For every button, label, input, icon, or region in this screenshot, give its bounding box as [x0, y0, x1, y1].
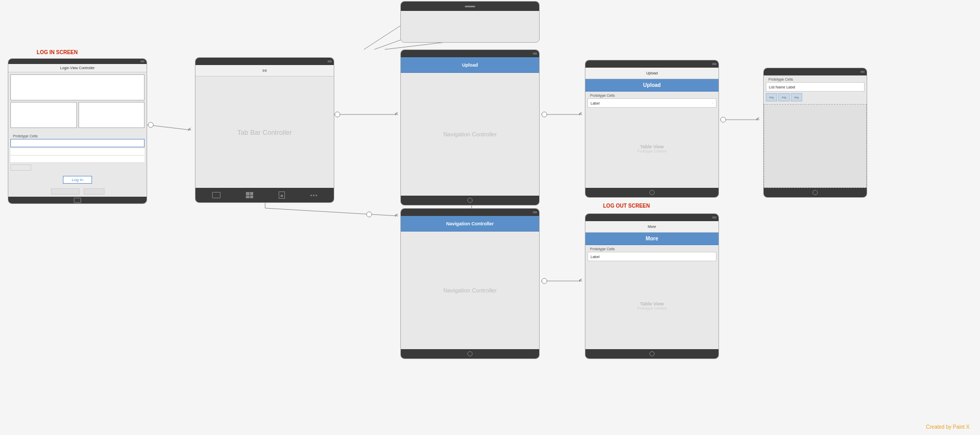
nav-controller-top-label: Navigation Controller	[443, 131, 497, 137]
svg-point-1	[148, 122, 153, 127]
tv-upload-proto-content: Prototype Content	[637, 149, 667, 153]
footer-icon-home	[74, 198, 81, 203]
tv-upload-nav: Upload	[585, 68, 718, 79]
tv-more-title: More	[646, 236, 658, 241]
svg-marker-11	[756, 117, 760, 121]
nav-top-status	[533, 53, 537, 55]
tv-proto-label: Prototype Cells	[587, 93, 716, 98]
tv-upload-home-icon	[649, 190, 655, 195]
tv-upload-nav-title: Upload	[646, 71, 658, 75]
tv-cell-label: Label ›	[587, 98, 716, 108]
tv-upload-title: Upload	[643, 82, 661, 88]
login-cell-2	[10, 156, 145, 163]
login-small-btn[interactable]	[10, 164, 31, 171]
tv-more-nav-title: More	[648, 225, 656, 228]
login-device: Login View Controller Prototype Cells Lo…	[8, 58, 147, 204]
tv-upload-tv-label: Table View	[640, 144, 664, 149]
svg-point-17	[542, 278, 547, 284]
nav-bot-footer	[401, 349, 539, 359]
svg-marker-2	[188, 127, 191, 131]
nav-bot-body: Navigation Controller	[401, 232, 539, 349]
nav-top-header	[401, 50, 539, 57]
tv-more-status	[712, 216, 716, 219]
svg-marker-15	[395, 213, 398, 217]
tab-nav-bar: Int	[195, 65, 334, 76]
tab-bar-label: Tab Bar Controller	[238, 129, 292, 136]
tvc-footer	[764, 188, 867, 197]
login-footer-btn2[interactable]	[84, 188, 104, 195]
tv-more-blue-bar: More	[585, 233, 718, 245]
svg-point-7	[542, 112, 547, 117]
tab-body: Tab Bar Controller	[195, 76, 334, 188]
login-proto-section: Prototype Cells Log In	[8, 132, 147, 186]
tab-icon-more[interactable]	[310, 195, 317, 196]
tab-icon-grid[interactable]	[246, 192, 253, 198]
nav-top-body: Navigation Controller	[401, 73, 539, 196]
tv-more-header	[585, 214, 718, 221]
svg-point-4	[335, 112, 340, 117]
tvc-img2: img	[778, 93, 790, 101]
tab-icon-upload[interactable]	[279, 191, 285, 199]
login-image-row	[10, 102, 145, 128]
nav-bot-home-icon	[467, 351, 473, 356]
status-bar-dot	[140, 60, 145, 62]
login-button-row	[10, 163, 145, 172]
table-view-upload-device: Upload Upload Prototype Cells Label › Ta…	[585, 60, 719, 198]
nav-controller-bottom-device: Navigation Controller Navigation Control…	[400, 208, 540, 359]
login-input-field[interactable]	[10, 139, 145, 147]
nav-top-home-icon	[467, 198, 473, 203]
tv-more-cell: Label	[587, 252, 716, 261]
login-device-header	[8, 59, 147, 64]
tv-more-tv-label: Table View	[640, 301, 664, 306]
tab-bar-device: Int Tab Bar Controller	[195, 57, 334, 203]
nav-bot-status	[533, 211, 537, 213]
svg-point-14	[367, 212, 372, 217]
tvc-header	[764, 68, 867, 75]
canvas: LOG IN SCREEN Login View Controller Prot…	[0, 0, 980, 435]
home-indicator	[465, 6, 475, 7]
tv-more-nav: More	[585, 221, 718, 233]
tv-cell-text: Label	[591, 101, 599, 105]
tv-more-cell-text: Label	[591, 255, 599, 259]
svg-marker-18	[579, 278, 582, 282]
tvc-img1: img	[766, 93, 777, 101]
tv-more-footer	[585, 349, 718, 359]
nav-controller-top-device: Upload Navigation Controller	[400, 49, 540, 206]
tv-upload-placeholder: Table View Prototype Content	[585, 109, 718, 188]
login-footer-btn1[interactable]	[51, 188, 80, 195]
nav-bot-title: Navigation Controller	[446, 221, 494, 226]
tvc-list-name: List Name Label	[769, 85, 795, 89]
login-img-left	[10, 102, 77, 128]
login-image-area	[8, 72, 147, 132]
tv-upload-blue-bar: Upload	[585, 79, 718, 92]
login-device-footer	[8, 197, 147, 203]
tv-upload-header	[585, 60, 718, 68]
login-img-right	[79, 102, 145, 128]
tv-more-proto-section: Prototype Cells Label	[585, 245, 718, 262]
login-title: Login View Controller	[60, 66, 95, 70]
tvc-status	[860, 71, 865, 73]
tv-proto-section: Prototype Cells Label ›	[585, 92, 718, 109]
svg-marker-8	[579, 112, 582, 116]
svg-point-10	[721, 117, 726, 122]
tvc-cell-label: List Name Label	[766, 82, 865, 92]
tab-status-dot	[328, 60, 332, 62]
nav-top-footer	[401, 196, 539, 205]
logout-screen-label: LOG OUT SCREEN	[603, 203, 650, 209]
table-view-more-device: More More Prototype Cells Label Table Vi…	[585, 213, 719, 359]
nav-bot-bar: Navigation Controller	[401, 216, 539, 232]
tv-more-proto-content: Prototype Content	[637, 306, 667, 310]
login-cell-1	[10, 148, 145, 156]
tvc-proto-section: Prototype Cells List Name Label img img …	[764, 75, 867, 104]
tv-more-home-icon	[649, 351, 655, 356]
login-footer-btns	[8, 186, 147, 197]
login-proto-label: Prototype Cells	[10, 133, 145, 139]
tab-icon-list[interactable]	[212, 192, 220, 198]
top-partial-footer	[401, 2, 539, 11]
nav-controller-bottom-label: Navigation Controller	[443, 287, 497, 293]
tvc-image-row: img img img	[766, 92, 865, 103]
login-button[interactable]: Log In	[63, 176, 92, 184]
login-top-image	[10, 74, 145, 100]
tab-bar[interactable]	[195, 188, 334, 202]
login-screen-label: LOG IN SCREEN	[31, 49, 83, 55]
